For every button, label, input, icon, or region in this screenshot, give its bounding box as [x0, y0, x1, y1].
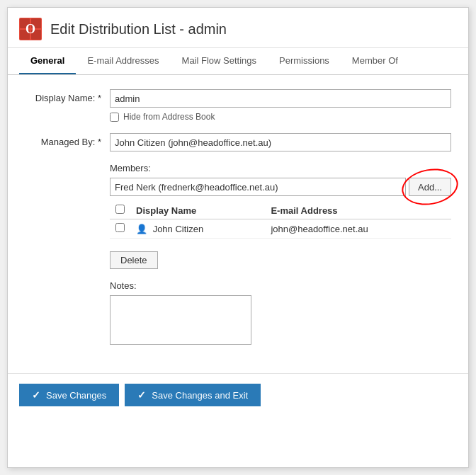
table-row: 👤 John Citizen john@headoffice.net.au: [110, 219, 451, 239]
tab-email-addresses[interactable]: E-mail Addresses: [76, 48, 170, 74]
tab-general[interactable]: General: [19, 48, 76, 74]
tab-permissions[interactable]: Permissions: [268, 48, 341, 74]
tab-bar: General E-mail Addresses Mail Flow Setti…: [8, 48, 468, 75]
header-display-name: Display Name: [130, 202, 265, 219]
form-content: Display Name: * Hide from Address Book M…: [8, 75, 468, 359]
managed-by-row: Managed By: *: [25, 133, 451, 151]
save-exit-checkmark-icon: ✓: [137, 389, 146, 401]
members-section: Members: Add... Display Name E-mail Addr…: [25, 163, 451, 239]
save-changes-exit-label: Save Changes and Exit: [152, 390, 248, 401]
header-email-address: E-mail Address: [265, 202, 451, 219]
outlook-icon: O: [19, 18, 42, 40]
display-name-row: Display Name: * Hide from Address Book: [25, 89, 451, 122]
save-changes-exit-button[interactable]: ✓ Save Changes and Exit: [125, 384, 261, 406]
save-changes-label: Save Changes: [46, 390, 106, 401]
managed-by-label: Managed By: *: [25, 133, 110, 147]
members-table: Display Name E-mail Address 👤 John Citiz…: [110, 202, 451, 239]
notes-textarea[interactable]: [110, 295, 251, 345]
row-checkbox-cell: [110, 219, 130, 239]
hide-from-address-book-row: Hide from Address Book: [110, 112, 451, 122]
page-title: Edit Distribution List - admin: [50, 21, 227, 38]
footer: ✓ Save Changes ✓ Save Changes and Exit: [8, 373, 468, 416]
notes-section: Notes:: [25, 280, 451, 345]
members-search-input[interactable]: [110, 178, 406, 196]
member-display-name: John Citizen: [153, 224, 204, 234]
tab-mail-flow-settings[interactable]: Mail Flow Settings: [171, 48, 268, 74]
notes-label: Notes:: [110, 280, 451, 291]
add-member-button[interactable]: Add...: [409, 178, 451, 196]
display-name-label: Display Name: *: [25, 89, 110, 103]
managed-by-group: [110, 133, 451, 151]
row-display-name: 👤 John Citizen: [130, 219, 265, 239]
select-all-checkbox[interactable]: [115, 205, 125, 214]
save-checkmark-icon: ✓: [32, 389, 40, 401]
members-input-row: Add...: [110, 178, 451, 196]
svg-text:O: O: [26, 22, 35, 36]
tab-member-of[interactable]: Member Of: [341, 48, 409, 74]
user-icon: 👤: [136, 224, 147, 234]
delete-button[interactable]: Delete: [110, 251, 158, 269]
managed-by-input[interactable]: [110, 133, 451, 151]
members-label: Members:: [110, 163, 451, 173]
save-changes-button[interactable]: ✓ Save Changes: [19, 384, 119, 406]
row-email-address: john@headoffice.net.au: [265, 219, 451, 239]
window: O Edit Distribution List - admin General…: [7, 7, 469, 468]
display-name-group: Hide from Address Book: [110, 89, 451, 122]
title-bar: O Edit Distribution List - admin: [8, 8, 468, 48]
display-name-input[interactable]: [110, 89, 451, 108]
hide-from-address-book-label: Hide from Address Book: [123, 112, 215, 122]
hide-from-address-book-checkbox[interactable]: [110, 113, 119, 122]
header-checkbox-col: [110, 202, 130, 219]
row-checkbox[interactable]: [115, 223, 125, 232]
table-header-row: Display Name E-mail Address: [110, 202, 451, 219]
